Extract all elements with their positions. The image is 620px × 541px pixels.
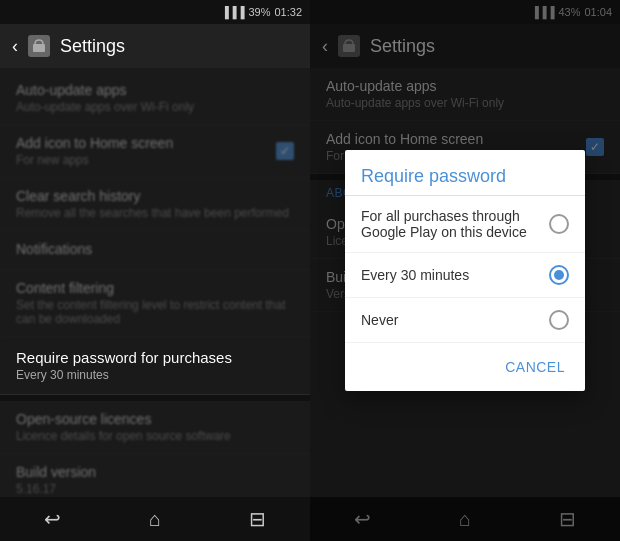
left-back-icon[interactable]: ‹ — [12, 36, 18, 57]
left-setting-require-password[interactable]: Require password for purchases Every 30 … — [0, 337, 310, 395]
left-settings-list: Auto-update apps Auto-update apps over W… — [0, 68, 310, 497]
dialog-option-all-purchases[interactable]: For all purchases through Google Play on… — [345, 196, 585, 253]
left-clear-title: Clear search history — [16, 188, 294, 204]
dialog-option-all-purchases-label: For all purchases through Google Play on… — [361, 208, 549, 240]
svg-rect-0 — [33, 44, 45, 52]
left-require-title: Require password for purchases — [16, 349, 294, 366]
dialog-overlay: Require password For all purchases throu… — [310, 0, 620, 541]
left-setting-clear-history[interactable]: Clear search history Remove all the sear… — [0, 178, 310, 231]
left-setting-content-filtering[interactable]: Content filtering Set the content filter… — [0, 270, 310, 337]
require-password-dialog: Require password For all purchases throu… — [345, 150, 585, 391]
left-nav-bar: ↩ ⌂ ⊟ — [0, 497, 310, 541]
left-add-icon-text: Add icon to Home screen For new apps — [16, 135, 173, 167]
left-home-icon[interactable]: ⌂ — [149, 508, 161, 531]
left-setting-build-version[interactable]: Build version 5.16.17 — [0, 454, 310, 497]
dialog-radio-all-purchases[interactable] — [549, 214, 569, 234]
dialog-radio-every-30[interactable] — [549, 265, 569, 285]
left-signal-icon: ▐▐▐ — [221, 6, 244, 18]
left-battery-text: 39% — [248, 6, 270, 18]
dialog-title: Require password — [345, 150, 585, 196]
left-notif-title: Notifications — [16, 241, 294, 257]
left-add-icon-row: Add icon to Home screen For new apps ✓ — [16, 135, 294, 167]
left-toolbar-title: Settings — [60, 36, 125, 57]
left-auto-update-subtitle: Auto-update apps over Wi-Fi only — [16, 100, 294, 114]
dialog-option-every-30[interactable]: Every 30 minutes — [345, 253, 585, 298]
left-toolbar: ‹ Settings — [0, 24, 310, 68]
left-require-subtitle: Every 30 minutes — [16, 368, 294, 382]
left-panel: ▐▐▐ 39% 01:32 ‹ Settings Auto-update app… — [0, 0, 310, 541]
left-back-nav-icon[interactable]: ↩ — [44, 507, 61, 531]
left-clear-subtitle: Remove all the searches that have been p… — [16, 206, 294, 220]
left-open-source-title: Open-source licences — [16, 411, 294, 427]
left-auto-update-title: Auto-update apps — [16, 82, 294, 98]
dialog-option-never-label: Never — [361, 312, 549, 328]
dialog-actions: Cancel — [345, 343, 585, 391]
left-time-text: 01:32 — [274, 6, 302, 18]
dialog-option-every-30-label: Every 30 minutes — [361, 267, 549, 283]
dialog-radio-never[interactable] — [549, 310, 569, 330]
left-open-source-subtitle: Licence details for open source software — [16, 429, 294, 443]
dialog-cancel-button[interactable]: Cancel — [493, 351, 577, 383]
left-status-bar: ▐▐▐ 39% 01:32 — [0, 0, 310, 24]
dialog-option-never[interactable]: Never — [345, 298, 585, 343]
right-panel: ▐▐▐ 43% 01:04 ‹ Settings Auto-update app… — [310, 0, 620, 541]
store-icon — [32, 39, 46, 53]
left-content-subtitle: Set the content filtering level to restr… — [16, 298, 294, 326]
left-setting-add-icon[interactable]: Add icon to Home screen For new apps ✓ — [0, 125, 310, 178]
left-add-icon-checkbox[interactable]: ✓ — [276, 142, 294, 160]
left-setting-notifications[interactable]: Notifications — [0, 231, 310, 270]
left-add-icon-subtitle: For new apps — [16, 153, 173, 167]
left-recents-icon[interactable]: ⊟ — [249, 507, 266, 531]
left-add-icon-title: Add icon to Home screen — [16, 135, 173, 151]
left-content-title: Content filtering — [16, 280, 294, 296]
left-setting-open-source[interactable]: Open-source licences Licence details for… — [0, 401, 310, 454]
left-app-icon — [28, 35, 50, 57]
left-build-subtitle: 5.16.17 — [16, 482, 294, 496]
left-build-title: Build version — [16, 464, 294, 480]
left-setting-auto-update[interactable]: Auto-update apps Auto-update apps over W… — [0, 72, 310, 125]
